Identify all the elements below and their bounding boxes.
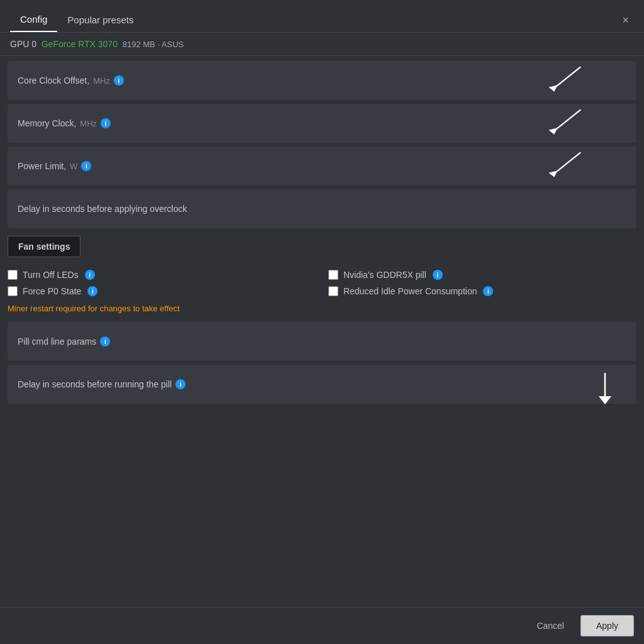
power-limit-arrow: [542, 149, 586, 183]
gpu-name-label: GeForce RTX 3070: [42, 39, 118, 49]
power-limit-row: Power Limit, W i: [8, 147, 636, 186]
checkbox-columns: Turn Off LEDs i Force P0 State i Nvidia'…: [8, 270, 636, 296]
memory-clock-label: Memory Clock, MHz i: [18, 118, 111, 128]
tab-config[interactable]: Config: [10, 8, 57, 32]
svg-line-2: [553, 109, 581, 131]
core-clock-arrow: [542, 64, 586, 97]
fan-settings-button[interactable]: Fan settings: [8, 236, 80, 257]
miner-restart-warning: Miner restart required for changes to ta…: [8, 303, 636, 316]
svg-line-4: [553, 152, 581, 174]
pill-cmd-info-badge[interactable]: i: [100, 336, 110, 347]
dialog-footer: Cancel Apply: [0, 607, 644, 644]
checkbox-left-col: Turn Off LEDs i Force P0 State i: [8, 270, 316, 296]
reduced-idle-power-row[interactable]: Reduced Idle Power Consumption i: [328, 286, 636, 296]
force-p0-state-label: Force P0 State: [23, 286, 81, 296]
apply-button[interactable]: Apply: [580, 615, 634, 636]
reduced-idle-power-label: Reduced Idle Power Consumption: [343, 286, 477, 296]
memory-clock-info-badge[interactable]: i: [101, 118, 111, 128]
fan-settings-container: Fan settings: [8, 232, 636, 264]
pill-cmd-row: Pill cmd line params i: [8, 322, 636, 361]
checkboxes-section: Turn Off LEDs i Force P0 State i Nvidia'…: [8, 267, 636, 318]
reduced-idle-power-info[interactable]: i: [483, 286, 493, 296]
config-dialog: Config Popular presets × GPU 0 GeForce R…: [0, 0, 644, 644]
delay-pill-arrow: [592, 370, 618, 410]
gpu-info-row: GPU 0 GeForce RTX 3070 8192 MB · ASUS: [0, 33, 644, 56]
svg-marker-5: [549, 170, 558, 177]
turn-off-leds-checkbox[interactable]: [8, 270, 18, 280]
svg-marker-3: [549, 128, 558, 135]
delay-overclock-row: Delay in seconds before applying overclo…: [8, 189, 636, 228]
svg-marker-7: [599, 396, 611, 404]
dialog-header: Config Popular presets ×: [0, 0, 644, 33]
delay-pill-info-badge[interactable]: i: [175, 379, 186, 389]
force-p0-state-info[interactable]: i: [87, 286, 97, 296]
pill-cmd-label: Pill cmd line params i: [18, 336, 110, 347]
core-clock-info-badge[interactable]: i: [114, 75, 124, 86]
reduced-idle-power-checkbox[interactable]: [328, 286, 338, 296]
checkbox-right-col: Nvidia's GDDR5X pill i Reduced Idle Powe…: [328, 270, 636, 296]
delay-overclock-label: Delay in seconds before applying overclo…: [18, 204, 187, 214]
turn-off-leds-label: Turn Off LEDs: [23, 270, 79, 280]
delay-pill-label: Delay in seconds before running the pill…: [18, 379, 186, 389]
nvidia-gddr5x-checkbox[interactable]: [328, 270, 338, 280]
force-p0-state-row[interactable]: Force P0 State i: [8, 286, 316, 296]
memory-clock-row: Memory Clock, MHz i: [8, 104, 636, 143]
delay-pill-row: Delay in seconds before running the pill…: [8, 365, 636, 404]
core-clock-offset-label: Core Clock Offset, MHz i: [18, 75, 124, 86]
memory-clock-arrow: [542, 106, 586, 140]
power-limit-label: Power Limit, W i: [18, 161, 91, 171]
turn-off-leds-row[interactable]: Turn Off LEDs i: [8, 270, 316, 280]
nvidia-gddr5x-info[interactable]: i: [433, 270, 443, 280]
force-p0-state-checkbox[interactable]: [8, 286, 18, 296]
gpu-details-label: 8192 MB · ASUS: [123, 40, 184, 49]
dialog-content: Core Clock Offset, MHz i Memory Clock, M…: [0, 56, 644, 607]
core-clock-offset-row: Core Clock Offset, MHz i: [8, 61, 636, 100]
power-limit-info-badge[interactable]: i: [81, 161, 91, 171]
close-button[interactable]: ×: [617, 9, 634, 31]
nvidia-gddr5x-label: Nvidia's GDDR5X pill: [343, 270, 426, 280]
nvidia-gddr5x-row[interactable]: Nvidia's GDDR5X pill i: [328, 270, 636, 280]
svg-line-0: [553, 67, 581, 89]
turn-off-leds-info[interactable]: i: [85, 270, 95, 280]
tab-popular-presets[interactable]: Popular presets: [57, 8, 143, 31]
gpu-index-label: GPU 0: [10, 39, 36, 49]
svg-marker-1: [549, 85, 558, 92]
cancel-button[interactable]: Cancel: [526, 616, 574, 636]
